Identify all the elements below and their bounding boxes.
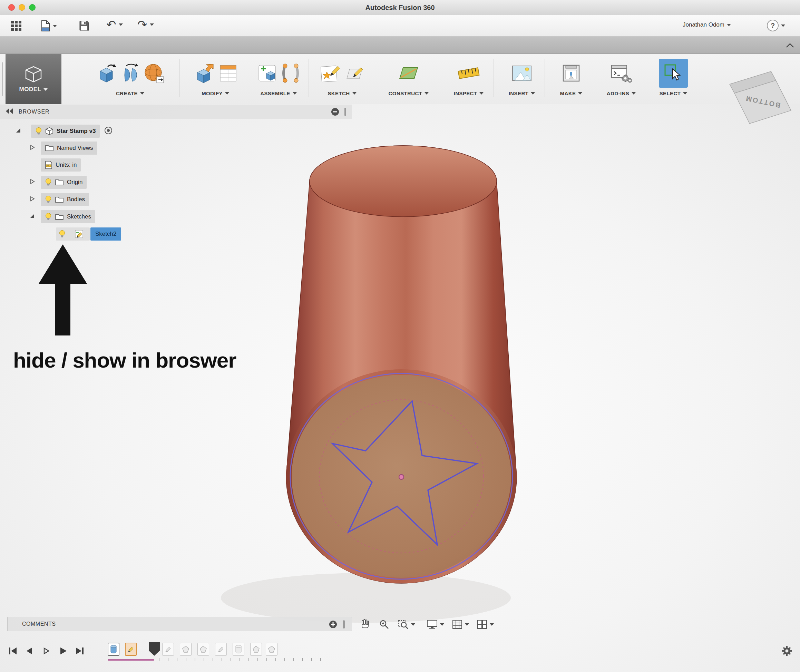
ribbon: MODEL CREATE MODIFY ASSEMBLE xyxy=(0,54,800,104)
visibility-bulb-icon[interactable] xyxy=(45,195,52,204)
viewports-button[interactable] xyxy=(477,619,494,629)
browser-minimize-icon[interactable] xyxy=(331,107,339,118)
ribbon-separator xyxy=(545,59,545,97)
ribbon-separator xyxy=(377,59,377,97)
save-button[interactable] xyxy=(79,20,90,33)
app-grid-icon[interactable] xyxy=(10,20,22,33)
ribbon-group-sketch[interactable]: SKETCH xyxy=(311,54,373,104)
comments-bar[interactable]: COMMENTS xyxy=(7,617,352,631)
timeline-feature-suppressed[interactable] xyxy=(197,643,209,656)
select-tool-active-tile[interactable] xyxy=(659,59,688,88)
expander-collapsed-icon[interactable] xyxy=(30,144,35,152)
timeline-feature-suppressed[interactable] xyxy=(215,643,227,656)
fusion360-window: Autodesk Fusion 360 ↶ ↷ Jonathan Odom ? … xyxy=(0,0,800,672)
bodies-label: Bodies xyxy=(67,196,85,203)
pan-hand-icon[interactable] xyxy=(360,619,370,630)
browser-item-origin[interactable]: Origin xyxy=(0,174,86,190)
expander-expanded-icon[interactable] xyxy=(29,213,35,221)
sketch-icon xyxy=(75,229,83,240)
viewport-canvas[interactable] xyxy=(0,104,800,672)
expander-collapsed-icon[interactable] xyxy=(30,178,35,186)
group-label: ADD-INS xyxy=(607,90,629,96)
model-workspace-button[interactable]: MODEL xyxy=(5,54,61,104)
timeline-feature-suppressed[interactable] xyxy=(266,643,277,656)
new-component-icon xyxy=(257,62,277,84)
comments-add-icon[interactable] xyxy=(328,620,338,630)
ribbon-group-construct[interactable]: CONSTRUCT xyxy=(381,54,436,104)
origin-pill[interactable]: Origin xyxy=(41,176,86,189)
insert-image-icon xyxy=(511,64,533,83)
browser-item-named-views[interactable]: Named Views xyxy=(0,141,97,156)
browser-item-sketches[interactable]: Sketches xyxy=(0,209,95,224)
visibility-bulb-icon[interactable] xyxy=(45,213,52,221)
help-button[interactable]: ? xyxy=(767,20,785,31)
browser-item-root[interactable]: Star Stamp v3 xyxy=(0,123,113,139)
file-menu-button[interactable] xyxy=(41,20,57,32)
sketch-center-point xyxy=(399,475,404,479)
visibility-bulb-icon[interactable] xyxy=(59,230,66,240)
timeline-play-button[interactable] xyxy=(57,645,69,657)
collapse-toolbar-chevron[interactable] xyxy=(786,43,795,50)
timeline-feature-sketch-current[interactable] xyxy=(125,643,137,656)
timeline-step-forward-button[interactable] xyxy=(40,645,53,657)
grid-settings-button[interactable] xyxy=(452,619,469,629)
ribbon-group-select[interactable]: SELECT xyxy=(651,54,696,104)
display-settings-button[interactable] xyxy=(427,619,444,629)
settings-gear-button[interactable] xyxy=(781,645,793,659)
ribbon-group-addins[interactable]: ADD-INS xyxy=(595,54,648,104)
select-cursor-icon xyxy=(664,64,683,83)
window-title: Autodesk Fusion 360 xyxy=(0,0,800,15)
ribbon-group-make[interactable]: MAKE xyxy=(549,54,594,104)
units-pill[interactable]: Units: in xyxy=(41,158,81,171)
sketches-label: Sketches xyxy=(67,213,91,220)
comments-bar-handle[interactable] xyxy=(343,620,345,629)
ribbon-group-assemble[interactable]: ASSEMBLE xyxy=(249,54,308,104)
annotation-text: hide / show in broswer xyxy=(13,348,236,373)
viewcube[interactable]: BOTTOM xyxy=(721,66,797,131)
ribbon-group-inspect[interactable]: INSPECT xyxy=(441,54,496,104)
user-menu[interactable]: Jonathan Odom xyxy=(683,21,731,28)
expander-collapsed-icon[interactable] xyxy=(30,196,35,203)
named-views-pill[interactable]: Named Views xyxy=(41,141,97,155)
undo-button[interactable]: ↶ xyxy=(106,19,123,30)
timeline-step-back-button[interactable] xyxy=(24,645,36,657)
timeline-feature-suppressed[interactable] xyxy=(162,643,174,656)
timeline-go-to-start-button[interactable] xyxy=(7,645,19,657)
timeline-feature-suppressed[interactable] xyxy=(180,643,192,656)
browser-item-bodies[interactable]: Bodies xyxy=(0,192,89,207)
ribbon-separator xyxy=(591,59,591,97)
browser-panel-handle[interactable] xyxy=(344,108,346,116)
redo-button[interactable]: ↷ xyxy=(138,19,154,30)
ribbon-group-create[interactable]: CREATE xyxy=(87,54,173,104)
zoom-window-button[interactable] xyxy=(398,619,415,630)
revolve-icon xyxy=(121,62,140,84)
scripts-addins-icon xyxy=(610,63,632,83)
titlebar: Autodesk Fusion 360 xyxy=(0,0,800,15)
timeline-feature-cylinder[interactable] xyxy=(108,643,119,656)
undo-icon: ↶ xyxy=(106,19,116,30)
visibility-bulb-icon[interactable] xyxy=(45,178,52,186)
timeline-feature-suppressed[interactable] xyxy=(233,643,244,656)
quick-access-toolbar: ↶ ↷ Jonathan Odom ? xyxy=(0,15,800,37)
timeline-feature-suppressed[interactable] xyxy=(250,643,262,656)
zoom-icon[interactable] xyxy=(379,619,389,631)
user-name: Jonathan Odom xyxy=(683,21,725,28)
bodies-pill[interactable]: Bodies xyxy=(41,193,89,206)
sketches-pill[interactable]: Sketches xyxy=(41,210,95,223)
visibility-bulb-icon[interactable] xyxy=(35,127,42,135)
ribbon-separator xyxy=(647,59,647,97)
browser-item-units[interactable]: Units: in xyxy=(0,157,81,173)
root-node-pill[interactable]: Star Stamp v3 xyxy=(31,125,100,138)
ribbon-group-insert[interactable]: INSERT xyxy=(498,54,546,104)
timeline-playhead[interactable] xyxy=(148,641,161,657)
grid-icon xyxy=(452,619,462,629)
units-document-icon xyxy=(45,160,53,170)
timeline-go-to-end-button[interactable] xyxy=(73,645,86,657)
ribbon-group-modify[interactable]: MODIFY xyxy=(186,54,245,104)
activate-component-radio-icon[interactable] xyxy=(104,126,113,136)
expander-expanded-icon[interactable] xyxy=(15,127,21,135)
timeline-ticks[interactable] xyxy=(159,658,325,661)
sketch2-selected-label[interactable]: Sketch2 xyxy=(90,227,121,240)
ribbon-grip[interactable] xyxy=(2,62,3,96)
collapse-browser-icon[interactable] xyxy=(5,108,14,116)
